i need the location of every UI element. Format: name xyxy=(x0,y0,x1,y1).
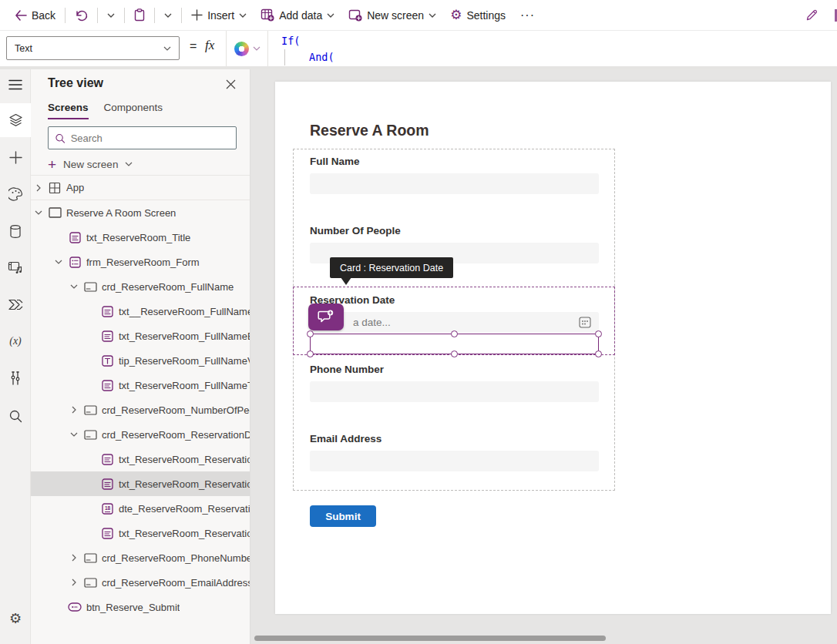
full-name-label[interactable]: Full Name xyxy=(310,156,360,167)
tree-item[interactable]: txt_ReserveRoom_FullNameTitle xyxy=(31,373,250,397)
tab-components[interactable]: Components xyxy=(104,102,163,119)
email-address-label[interactable]: Email Address xyxy=(310,433,382,444)
undo-icon xyxy=(75,9,88,22)
tree-item[interactable]: crd_ReserveRoom_EmailAddress xyxy=(31,570,250,595)
tree-search-box[interactable] xyxy=(48,126,237,149)
tree-item-label: crd_ReserveRoom_EmailAddress xyxy=(102,577,250,589)
tree-item[interactable]: txt_ReserveRoom_FullNameErrorMsg xyxy=(31,324,250,348)
tree-item[interactable]: txt_ReserveRoom_Title xyxy=(31,225,250,250)
chevron-right-icon[interactable] xyxy=(32,184,45,192)
back-button[interactable]: Back xyxy=(8,3,62,28)
variables-nav-button[interactable]: (x) xyxy=(0,326,31,357)
undo-menu-button[interactable] xyxy=(100,3,122,28)
tree-item[interactable]: crd_ReserveRoom_NumberOfPeople xyxy=(31,397,250,422)
phone-number-input[interactable] xyxy=(310,381,599,402)
chevron-right-icon[interactable] xyxy=(68,406,80,414)
copilot-button[interactable] xyxy=(226,31,268,66)
label-icon xyxy=(100,478,114,490)
chevron-right-icon[interactable] xyxy=(68,554,80,562)
tree-item[interactable]: crd_ReserveRoom_PhoneNumber xyxy=(31,545,250,570)
chevron-down-icon[interactable] xyxy=(68,284,80,289)
label-icon xyxy=(100,330,114,342)
resize-handle-top-left[interactable] xyxy=(307,330,314,337)
new-screen-button[interactable]: New screen xyxy=(341,3,443,28)
number-of-people-label[interactable]: Number Of People xyxy=(310,225,401,236)
add-comment-button[interactable] xyxy=(308,304,344,330)
full-name-input[interactable] xyxy=(310,173,599,194)
reservation-date-input[interactable]: a date... xyxy=(310,312,599,333)
label-icon xyxy=(100,454,114,465)
tree-view-nav-button[interactable] xyxy=(0,103,31,137)
tree-item[interactable]: txt_ReserveRoom_ReservationDate xyxy=(31,521,250,545)
horizontal-scrollbar[interactable] xyxy=(254,636,606,641)
search-nav-button[interactable] xyxy=(0,401,31,431)
undo-button[interactable] xyxy=(68,3,95,28)
screen-artboard[interactable]: Reserve A Room Full Name Number Of Peopl… xyxy=(275,82,831,614)
resize-handle-top-right[interactable] xyxy=(595,330,602,337)
paste-button[interactable] xyxy=(127,3,152,28)
back-label: Back xyxy=(32,9,55,22)
paste-menu-button[interactable] xyxy=(157,3,179,28)
resize-handle-bottom-left[interactable] xyxy=(307,351,314,357)
tree-item[interactable]: btn_Reserve_Submit xyxy=(31,595,250,619)
tree-item[interactable]: App xyxy=(31,176,250,200)
search-input[interactable] xyxy=(71,132,230,144)
insert-nav-button[interactable] xyxy=(0,142,31,173)
tree-item-label: dte_ReserveRoom_ReservationDate xyxy=(119,503,250,515)
palette-icon xyxy=(8,187,23,201)
chevron-down-icon xyxy=(107,13,115,18)
email-address-input[interactable] xyxy=(310,451,599,471)
formula-input[interactable]: If( And( xyxy=(281,33,837,66)
tree-item-label: frm_ReserveRoom_Form xyxy=(86,257,200,268)
edit-pencil-button[interactable] xyxy=(798,3,829,28)
comment-plus-icon xyxy=(318,310,334,324)
tree-list: AppReserve A Room Screentxt_ReserveRoom_… xyxy=(31,175,250,619)
power-automate-nav-button[interactable] xyxy=(0,289,31,320)
insert-button[interactable]: Insert xyxy=(184,3,254,28)
resize-handle-top-center[interactable] xyxy=(451,330,458,337)
data-nav-button[interactable] xyxy=(0,216,31,247)
tree-item[interactable]: txt__ReserveRoom_FullNameRequired xyxy=(31,299,250,324)
pencil-icon xyxy=(805,8,819,22)
tree-item[interactable]: txt_ReserveRoom_ReservationDate xyxy=(31,471,250,496)
new-screen-icon xyxy=(348,8,362,22)
selected-control-outline[interactable] xyxy=(310,334,599,354)
tree-item-label: txt_ReserveRoom_FullNameTitle xyxy=(119,380,250,391)
calendar-icon[interactable] xyxy=(579,317,591,328)
chevron-right-icon[interactable] xyxy=(68,579,80,586)
advanced-tools-nav-button[interactable] xyxy=(0,363,31,394)
add-data-button[interactable]: Add data xyxy=(254,3,341,28)
tree-item[interactable]: Reserve A Room Screen xyxy=(31,200,250,225)
chevron-down-icon xyxy=(164,13,172,18)
media-nav-button[interactable] xyxy=(0,252,31,283)
resize-handle-bottom-center[interactable] xyxy=(451,351,458,357)
property-selector[interactable]: Text xyxy=(6,36,180,60)
tree-item[interactable]: crd_ReserveRoom_ReservationDate xyxy=(31,422,250,447)
chevron-down-icon[interactable] xyxy=(52,260,65,264)
theme-nav-button[interactable] xyxy=(0,179,31,210)
chevron-down-icon xyxy=(327,13,334,18)
chevron-down-icon[interactable] xyxy=(68,432,80,437)
screen-icon xyxy=(48,207,62,218)
more-commands-button[interactable]: ··· xyxy=(513,3,543,28)
svg-text:18: 18 xyxy=(104,505,110,511)
formula-line-2: And( xyxy=(281,49,837,65)
tab-screens[interactable]: Screens xyxy=(48,102,89,119)
resize-handle-bottom-right[interactable] xyxy=(595,351,602,357)
submit-button[interactable]: Submit xyxy=(310,505,376,527)
tree-item[interactable]: txt_ReserveRoom_ReservationDate xyxy=(31,447,250,471)
new-screen-panel-button[interactable]: + New screen xyxy=(48,153,133,176)
tree-item[interactable]: tip_ReserveRoom_FullNameValue xyxy=(31,348,250,373)
tree-item[interactable]: frm_ReserveRoom_Form xyxy=(31,250,250,274)
tree-item[interactable]: 18dte_ReserveRoom_ReservationDate xyxy=(31,496,250,521)
phone-number-label[interactable]: Phone Number xyxy=(310,364,384,375)
equals-sign: = xyxy=(190,39,197,53)
chevron-down-icon[interactable] xyxy=(32,210,45,215)
new-screen-label: New screen xyxy=(63,159,118,170)
tree-item[interactable]: crd_ReserveRoom_FullName xyxy=(31,274,250,299)
hamburger-menu-button[interactable] xyxy=(0,69,31,100)
settings-button[interactable]: ⚙ Settings xyxy=(443,3,513,28)
screen-title-label[interactable]: Reserve A Room xyxy=(310,122,429,139)
app-settings-button[interactable]: ⚙ xyxy=(0,603,31,634)
close-panel-button[interactable] xyxy=(222,75,239,92)
